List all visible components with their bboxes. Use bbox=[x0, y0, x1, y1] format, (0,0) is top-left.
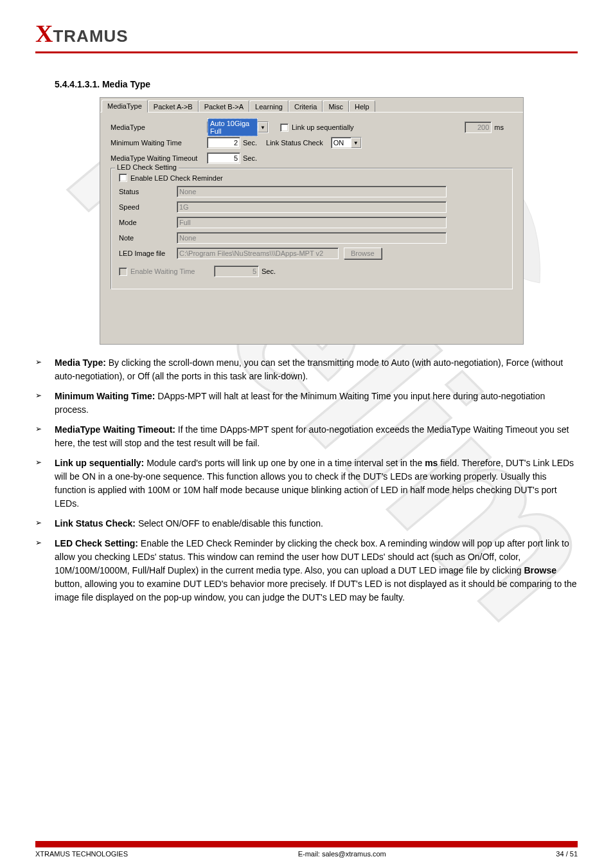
linkstatus-select[interactable]: ON ▼ bbox=[331, 137, 362, 149]
led-check-fieldset: LED Check Setting Enable LED Check Remin… bbox=[111, 168, 513, 289]
mediatype-combo[interactable]: Auto 10Giga Full ▼ bbox=[207, 122, 269, 133]
logo-x: X bbox=[35, 19, 53, 48]
bullet-mediawait: ➢ MediaType Waiting Timeout: If the time… bbox=[35, 423, 578, 450]
chevron-down-icon: ▼ bbox=[351, 138, 361, 148]
speed-label: Speed bbox=[119, 203, 177, 211]
linkup-seq-label: Link up sequentially bbox=[292, 123, 354, 131]
led-image-input bbox=[177, 248, 339, 259]
linkstatus-label: Link Status Check bbox=[266, 139, 323, 147]
minwait-label: Minimum Waiting Time bbox=[111, 139, 207, 147]
section-title: 5.4.4.1.3.1. Media Type bbox=[55, 79, 578, 89]
enable-waiting-time-input bbox=[214, 266, 259, 277]
mode-label: Mode bbox=[119, 219, 177, 226]
linkstatus-value: ON bbox=[333, 139, 344, 147]
mediatype-value: Auto 10Giga Full bbox=[208, 118, 258, 136]
mediawait-unit: Sec. bbox=[243, 154, 257, 162]
tab-strip: MediaType Packet A->B Packet B->A Learni… bbox=[100, 98, 523, 112]
bullet-minwait: ➢ Minimum Waiting Time: DApps-MPT will h… bbox=[35, 390, 578, 417]
tab-misc[interactable]: Misc bbox=[323, 100, 349, 113]
minwait-unit: Sec. bbox=[243, 139, 257, 147]
mediatype-label: MediaType bbox=[111, 123, 207, 131]
footer-center: E-mail: sales@xtramus.com bbox=[298, 850, 386, 858]
enable-waiting-time-label: Enable Waiting Time bbox=[130, 267, 214, 275]
status-label: Status bbox=[119, 188, 177, 195]
logo-rest: TRAMUS bbox=[53, 26, 128, 46]
led-legend: LED Check Setting bbox=[115, 163, 179, 171]
enable-led-check-label: Enable LED Check Reminder bbox=[130, 174, 223, 182]
ms-unit: ms bbox=[494, 123, 504, 131]
linkup-seq-checkbox[interactable] bbox=[280, 123, 289, 132]
footer-left: XTRAMUS TECHNOLOGIES bbox=[35, 850, 128, 858]
note-label: Note bbox=[119, 234, 177, 242]
note-input bbox=[177, 232, 447, 244]
browse-button[interactable]: Browse bbox=[344, 248, 382, 259]
tab-criteria[interactable]: Criteria bbox=[289, 100, 323, 113]
enable-led-check-checkbox[interactable] bbox=[119, 174, 127, 182]
bullet-linkstatus: ➢ Link Status Check: Select ON/OFF to en… bbox=[35, 517, 578, 530]
tab-mediatype[interactable]: MediaType bbox=[102, 100, 148, 113]
mediawait-input[interactable] bbox=[207, 152, 240, 164]
page-footer: XTRAMUS TECHNOLOGIES E-mail: sales@xtram… bbox=[35, 841, 578, 858]
bullet-led-check: ➢ LED Check Setting: Enable the LED Chec… bbox=[35, 537, 578, 604]
speed-input bbox=[177, 201, 447, 213]
settings-panel: MediaType Packet A->B Packet B->A Learni… bbox=[100, 97, 524, 345]
logo: XTRAMUS bbox=[35, 19, 578, 48]
mode-input bbox=[177, 217, 447, 228]
linkup-seq-ms-input bbox=[465, 122, 492, 133]
tab-learning[interactable]: Learning bbox=[249, 100, 289, 113]
enable-waiting-time-unit: Sec. bbox=[262, 267, 276, 275]
bullet-mediatype: ➢ Media Type: By clicking the scroll-dow… bbox=[35, 356, 578, 383]
tab-packet-ba[interactable]: Packet B->A bbox=[199, 100, 249, 113]
footer-right: 34 / 51 bbox=[556, 850, 578, 858]
bullet-linkup-seq: ➢ Link up sequentially: Module card's po… bbox=[35, 457, 578, 511]
led-image-label: LED Image file bbox=[119, 249, 177, 257]
chevron-down-icon: ▼ bbox=[258, 122, 268, 132]
header-rule bbox=[35, 51, 578, 53]
mediawait-label: MediaType Waiting Timeout bbox=[111, 154, 207, 162]
tab-help[interactable]: Help bbox=[349, 100, 375, 113]
tab-packet-ab[interactable]: Packet A->B bbox=[148, 100, 199, 113]
enable-waiting-time-checkbox bbox=[119, 267, 127, 276]
status-input bbox=[177, 186, 447, 197]
minwait-input[interactable] bbox=[207, 137, 240, 149]
